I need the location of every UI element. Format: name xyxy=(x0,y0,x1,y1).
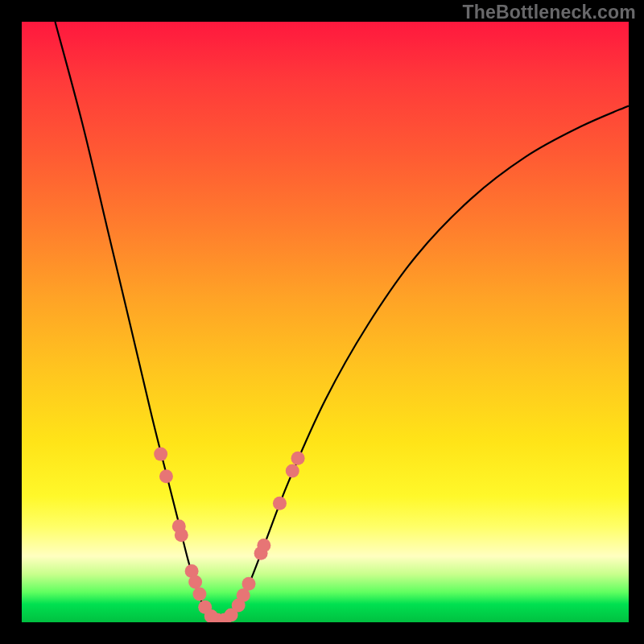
data-marker xyxy=(225,609,238,622)
data-marker xyxy=(175,528,188,542)
data-marker xyxy=(237,588,250,602)
left-arm-curve xyxy=(55,22,216,620)
data-marker xyxy=(204,609,218,622)
canvas-root: TheBottleneck.com xyxy=(0,0,644,644)
data-marker xyxy=(172,519,186,533)
data-marker xyxy=(273,497,287,510)
data-marker xyxy=(192,587,206,601)
data-marker xyxy=(159,469,173,483)
data-marker xyxy=(286,464,299,478)
data-marker xyxy=(210,613,224,622)
plot-area xyxy=(22,22,629,622)
data-marker xyxy=(198,601,212,614)
watermark-text: TheBottleneck.com xyxy=(462,2,636,23)
data-marker xyxy=(154,448,167,461)
marker-group xyxy=(154,448,304,622)
right-arm-curve xyxy=(228,105,629,620)
data-marker xyxy=(185,564,199,578)
data-marker xyxy=(188,576,202,589)
data-marker xyxy=(242,577,255,591)
chart-svg xyxy=(22,22,629,622)
data-marker xyxy=(232,599,246,613)
data-marker xyxy=(217,613,231,622)
data-marker xyxy=(257,539,270,552)
data-marker xyxy=(254,547,268,560)
data-marker xyxy=(291,452,305,465)
